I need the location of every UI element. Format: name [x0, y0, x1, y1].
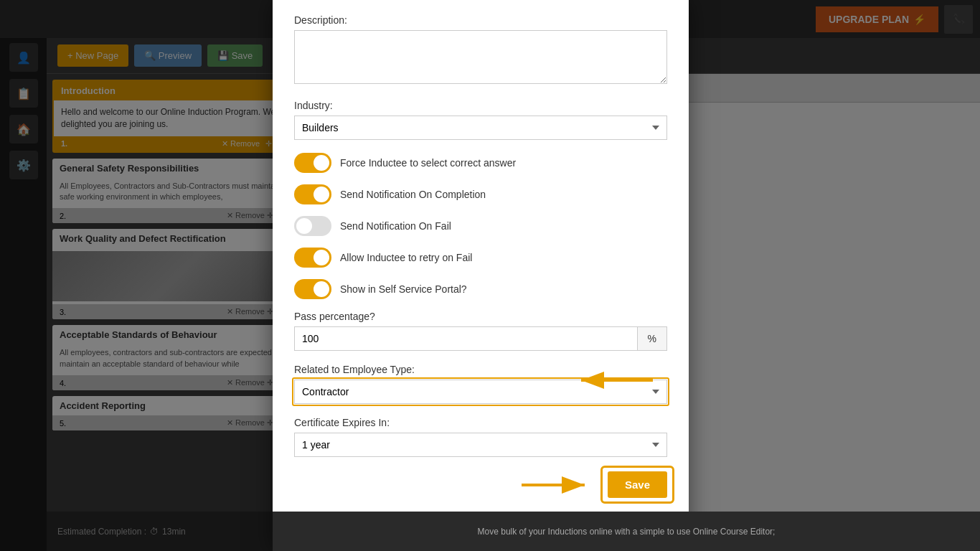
- pass-unit: %: [637, 326, 667, 351]
- modal-footer: Save: [294, 471, 667, 498]
- notify-fail-label: Send Notification On Fail: [340, 220, 451, 232]
- bottom-promo: Move bulk of your Inductions online with…: [273, 512, 980, 551]
- toggle-force-correct: Force Inductee to select correct answer: [294, 153, 667, 173]
- self-service-toggle[interactable]: [294, 279, 331, 299]
- modal: Description: Industry: Builders Construc…: [273, 0, 689, 551]
- industry-field: Industry: Builders Construction Mining H…: [294, 100, 667, 140]
- description-label: Description:: [294, 14, 667, 26]
- save-button-wrapper: Save: [608, 471, 667, 498]
- employee-type-field: Related to Employee Type: Contractor Emp…: [294, 364, 667, 404]
- retry-fail-label: Allow Inductee to retry on Fail: [340, 252, 472, 263]
- save-arrow-svg: [522, 472, 593, 498]
- pass-percentage-input[interactable]: [294, 326, 637, 351]
- industry-select[interactable]: Builders Construction Mining Healthcare …: [294, 116, 667, 140]
- toggle-retry-fail: Allow Inductee to retry on Fail: [294, 248, 667, 268]
- retry-fail-toggle[interactable]: [294, 248, 331, 268]
- force-correct-toggle[interactable]: [294, 153, 331, 173]
- industry-label: Industry:: [294, 100, 667, 111]
- description-textarea[interactable]: [294, 30, 667, 84]
- self-service-label: Show in Self Service Portal?: [340, 283, 467, 295]
- pass-percentage-label: Pass percentage?: [294, 311, 667, 322]
- certificate-expires-field: Certificate Expires In: 1 year 2 years 3…: [294, 417, 667, 457]
- modal-save-button[interactable]: Save: [608, 471, 667, 498]
- annotation-arrow-svg: [574, 369, 660, 391]
- certificate-expires-select[interactable]: 1 year 2 years 3 years 6 months Never: [294, 433, 667, 457]
- toggle-notify-completion: Send Notification On Completion: [294, 184, 667, 204]
- promo-text: Move bulk of your Inductions online with…: [478, 527, 776, 537]
- notify-completion-toggle[interactable]: [294, 184, 331, 204]
- notify-fail-toggle[interactable]: [294, 216, 331, 236]
- notify-completion-label: Send Notification On Completion: [340, 189, 486, 200]
- pass-row: %: [294, 326, 667, 351]
- toggle-notify-fail: Send Notification On Fail: [294, 216, 667, 236]
- force-correct-label: Force Inductee to select correct answer: [340, 157, 516, 169]
- description-field: Description:: [294, 14, 667, 87]
- certificate-expires-label: Certificate Expires In:: [294, 417, 667, 428]
- pass-percentage-field: Pass percentage? %: [294, 311, 667, 351]
- toggle-self-service: Show in Self Service Portal?: [294, 279, 667, 299]
